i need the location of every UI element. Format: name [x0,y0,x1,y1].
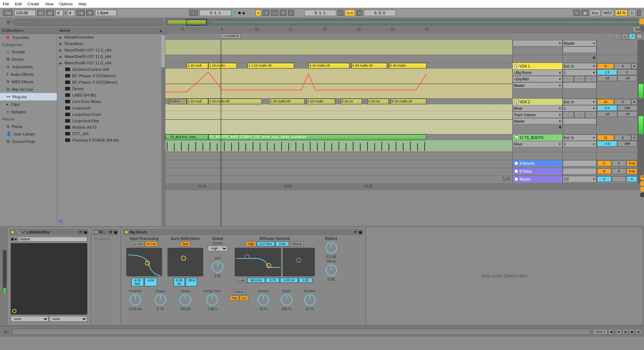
save-preset-icon[interactable]: ⟳ [354,230,357,235]
send-b[interactable]: -inf [618,111,638,117]
solo-button[interactable]: S [614,135,631,141]
stereo-knob[interactable] [180,294,191,306]
param-select[interactable]: Track Volume [513,112,562,118]
master-select[interactable]: Master [513,82,562,89]
spin-amt[interactable]: 20.9 [186,278,197,286]
quality-select[interactable]: High [208,246,228,251]
menu-options[interactable]: Options [59,2,73,6]
send-b[interactable]: -inf [618,75,638,81]
menu-edit[interactable]: Edit [15,2,22,6]
plugin-item[interactable]: Lem Echo Music [57,98,165,105]
play-button[interactable]: ▶ [233,10,237,16]
plugin-item[interactable]: OTT_x64 [57,130,165,137]
plugin-item[interactable]: Dexed [57,85,165,92]
metronome-icon[interactable]: ○● [77,10,85,16]
pencil-icon[interactable]: ✎ [573,10,580,16]
diff-freq[interactable]: 3.17 kHz [257,241,275,246]
diff-knob2[interactable] [266,263,271,268]
follow-icon[interactable]: →· [189,10,198,16]
tempo-field[interactable]: 120.00 [14,10,36,16]
input-ch[interactable]: 1 [563,105,596,112]
config-select-1[interactable]: none [11,316,49,322]
bar-ruler[interactable]: 8 9 10 11 12 13 14 15 Set [165,26,644,34]
place-current-project[interactable]: ⊟ Current Proje [0,138,57,145]
capture-midi[interactable]: ⟳ [280,10,287,16]
config-select-2[interactable]: none [49,316,87,322]
plugin-item[interactable]: BC Phaser 3 VST(Mono) [57,73,165,79]
locator-lane[interactable]: ▷CHORUS ◁ ▷ ↗ 🔒 [165,34,644,40]
folder-item[interactable]: ▶WaveShell1-VST 11.0_x64 [57,47,165,53]
predelay-knob[interactable] [130,294,141,306]
lock-icon[interactable]: 🔒 [636,34,643,39]
clip[interactable]: 6 10-Audio- [389,63,426,69]
track-routing[interactable] [513,40,562,46]
sort-icon[interactable]: ▲ [159,28,163,33]
diffuse-knob[interactable] [326,265,337,276]
clip[interactable]: 6 10-Audio-18 [351,63,387,69]
solo-button[interactable]: S [614,63,631,69]
arm-button[interactable]: ● [631,135,637,141]
volume-field[interactable]: -4.9 [597,141,617,147]
clip[interactable]: TS_BOOTS_AND_CLAPS_120_drum_loop_sticks_… [208,134,426,140]
diff-amt[interactable]: 0.40 [275,241,289,246]
favorites-item[interactable]: Favorites [0,34,57,41]
cat-plugins[interactable]: ⊶ Plug-ins [0,93,57,100]
cat-sounds[interactable]: ♫ Sounds [0,48,57,55]
solo-button[interactable]: S [614,99,631,105]
monitor-off[interactable]: Off [585,76,596,82]
plugin-item[interactable]: Martinic AX73 [57,124,165,130]
nudge-down[interactable]: |||| [37,10,45,16]
track-header-vox2[interactable]: ▾VOX 2 [513,99,562,105]
scrollbar[interactable] [161,34,165,226]
automation-envelope[interactable] [165,69,512,98]
playhead[interactable] [221,40,221,226]
auto-mode[interactable]: ↗ [629,34,635,39]
plugin-item[interactable]: Loopcloud Drum [57,111,165,118]
shape-knob[interactable] [155,294,166,306]
input-type[interactable]: Ext. In [563,99,596,105]
device-select[interactable]: Mixer [513,141,562,147]
track-activator[interactable]: 10 [597,99,614,105]
gain-value[interactable]: 4.04 [145,278,157,286]
menu-help[interactable]: Help [78,2,87,6]
menu-file[interactable]: File [3,2,9,6]
cue-vol[interactable]: 0 [626,176,637,182]
reflect-knob[interactable] [326,242,337,253]
drop-audio-effects[interactable]: Drop Audio Effects Here [366,227,643,325]
input-type[interactable]: Ext. In [563,134,596,141]
spin-button[interactable]: Spin [180,241,190,246]
loop-start[interactable]: 9. 1. 1 [304,10,336,16]
clip[interactable]: 1 10-Audi [187,99,208,104]
track-lane-boots[interactable]: ... TS_BOOTS_AND_ TS_BOOTS_AND_CLAPS_120… [165,134,512,152]
place-packs[interactable]: ⊡ Packs [0,123,57,130]
session-view-icon[interactable] [639,19,644,24]
d-section-icon[interactable] [640,192,644,197]
quantize-field[interactable]: 1 Bar ▾ [95,10,117,16]
show-icon[interactable]: ▣ [84,230,87,235]
clip[interactable]: 6 10-Audio-18 [391,99,426,104]
save-icon[interactable]: ⟳ [79,230,82,235]
plugin-item[interactable]: Loopcloud Play [57,118,165,124]
track-header-vox1[interactable]: ▾VOX 1 [513,63,562,69]
punch-out-icon[interactable]: ¬ [356,10,362,16]
io-toggle[interactable] [639,26,644,31]
automation-arm[interactable]: ↗ [263,10,269,16]
nudge-up[interactable]: |||| [46,10,54,16]
density-knob[interactable] [258,294,269,306]
view-icon[interactable]: ▥ [635,329,641,335]
device-select[interactable]: ● Big Room [513,69,562,76]
view-icon[interactable]: ▤ [623,329,628,335]
clip[interactable]: 6 10-A [169,99,187,104]
plugin-item[interactable]: Pianoteq 6 STAGE (64-bit) [57,137,165,143]
flat-button[interactable]: Flat [230,296,239,301]
plugin-knob-icon[interactable] [12,309,16,313]
cat-clips[interactable]: ▸ Clips [0,100,57,108]
monitor-in[interactable]: In [563,76,574,82]
pan-field[interactable]: 30R [618,141,638,147]
clip[interactable]: 1 10-Audio-45 [269,99,305,104]
io-section-icon[interactable]: IO [640,175,644,180]
track-header-boots[interactable]: ▸11 TS_BOOTS [513,134,562,141]
loop-length[interactable]: 8. 0. 0 [364,10,396,16]
input-ch[interactable]: 1 [563,69,596,76]
preview-button[interactable]: ▶ [59,220,64,225]
